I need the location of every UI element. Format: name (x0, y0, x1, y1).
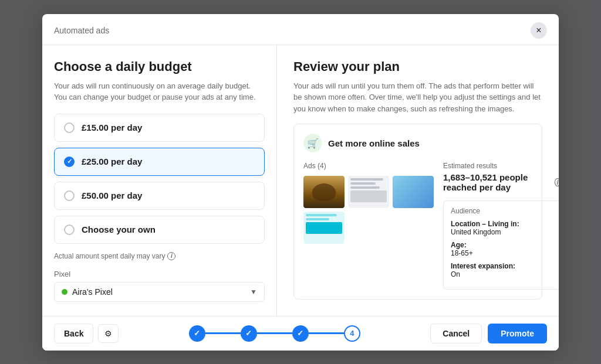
step-2: ✓ (241, 325, 257, 342)
budget-option-3[interactable]: £50.00 per day (54, 182, 265, 210)
cancel-button[interactable]: Cancel (430, 324, 482, 343)
footer-left: Back ⚙ (54, 324, 119, 343)
gear-button[interactable]: ⚙ (98, 324, 119, 343)
step-4: 4 (344, 325, 360, 342)
modal-header: Automated ads × (42, 14, 559, 45)
ads-label: Ads (4) (303, 162, 434, 170)
modal-title: Automated ads (54, 26, 109, 35)
budget-option-1[interactable]: £15.00 per day (54, 114, 265, 142)
modal-footer: Back ⚙ ✓ ✓ ✓ 4 (42, 316, 559, 351)
budget-label-4: Choose your own (82, 224, 156, 234)
ad-thumb-2 (348, 176, 389, 208)
audience-label: Audience (451, 207, 553, 215)
ads-row-1 (303, 176, 434, 208)
radio-1 (64, 123, 75, 133)
audience-location: Location – Living in: United Kingdom (451, 220, 553, 236)
radio-4 (64, 224, 75, 235)
results-info-icon: i (555, 178, 559, 186)
pixel-label: Pixel (54, 270, 265, 278)
results-value: 1,683–10,521 people reached per day i (443, 172, 559, 192)
step-3: ✓ (292, 325, 309, 342)
ad-thumb-1 (303, 176, 345, 208)
info-icon: i (167, 252, 175, 260)
radio-2-checked: ✓ (64, 157, 75, 167)
pixel-dropdown[interactable]: Aira's Pixel ▼ (54, 282, 265, 302)
pixel-name-container: Aira's Pixel (62, 287, 113, 297)
modal-body: Choose a daily budget Your ads will run … (42, 45, 559, 316)
promote-button[interactable]: Promote (488, 324, 547, 343)
pixel-name-text: Aira's Pixel (72, 287, 113, 297)
budget-label-2: £25.00 per day (82, 157, 142, 166)
ads-row-2 (303, 212, 434, 244)
close-button[interactable]: × (531, 22, 547, 39)
checkmark-1: ✓ (194, 329, 200, 338)
budget-option-2[interactable]: ✓ £25.00 per day (54, 148, 265, 176)
results-section: Estimated results 1,683–10,521 people re… (443, 162, 559, 290)
results-label: Estimated results (443, 162, 559, 170)
left-panel: Choose a daily budget Your ads will run … (42, 45, 277, 316)
right-description: Your ads will run until you turn them of… (293, 80, 542, 115)
plan-card-title: Get more online sales (328, 138, 420, 148)
step-line-1 (205, 332, 241, 334)
pixel-status-dot (62, 289, 67, 295)
step-line-3 (309, 332, 344, 334)
modal-overlay: Automated ads × Choose a daily budget Yo… (0, 0, 601, 364)
step-1: ✓ (189, 325, 205, 342)
checkmark-3: ✓ (297, 329, 303, 338)
left-title: Choose a daily budget (54, 59, 265, 74)
footer-right: Cancel Promote (430, 324, 547, 343)
progress-track: ✓ ✓ ✓ 4 (189, 325, 360, 342)
right-panel: Review your plan Your ads will run until… (277, 45, 559, 316)
pixel-section: Pixel Aira's Pixel ▼ (54, 270, 265, 302)
plan-card: 🛒 Get more online sales Ads (4) (293, 124, 542, 300)
ad-thumb-4 (303, 212, 345, 244)
ad-thumb-3 (393, 176, 434, 208)
audience-age: Age: 18-65+ (451, 241, 553, 257)
ads-section: Ads (4) (303, 162, 434, 290)
left-description: Your ads will run continuously on an ave… (54, 80, 265, 103)
right-title: Review your plan (293, 59, 542, 74)
actual-note: Actual amount spent daily may vary i (54, 252, 265, 260)
gear-icon: ⚙ (104, 329, 112, 338)
chevron-down-icon: ▼ (250, 288, 257, 296)
step-line-2 (257, 332, 292, 334)
plan-card-header: 🛒 Get more online sales (303, 134, 532, 152)
audience-interest: Interest expansion: On (451, 262, 553, 278)
cart-icon: 🛒 (303, 134, 322, 152)
audience-box: Audience Location – Living in: United Ki… (443, 200, 559, 290)
radio-3 (64, 190, 75, 201)
budget-label-1: £15.00 per day (82, 123, 142, 132)
budget-option-4[interactable]: Choose your own (54, 216, 265, 244)
budget-label-3: £50.00 per day (82, 190, 142, 200)
back-button[interactable]: Back (54, 324, 93, 343)
modal-container: Automated ads × Choose a daily budget Yo… (42, 14, 559, 351)
checkmark-2: ✓ (245, 329, 252, 338)
plan-content: Ads (4) (303, 162, 532, 290)
